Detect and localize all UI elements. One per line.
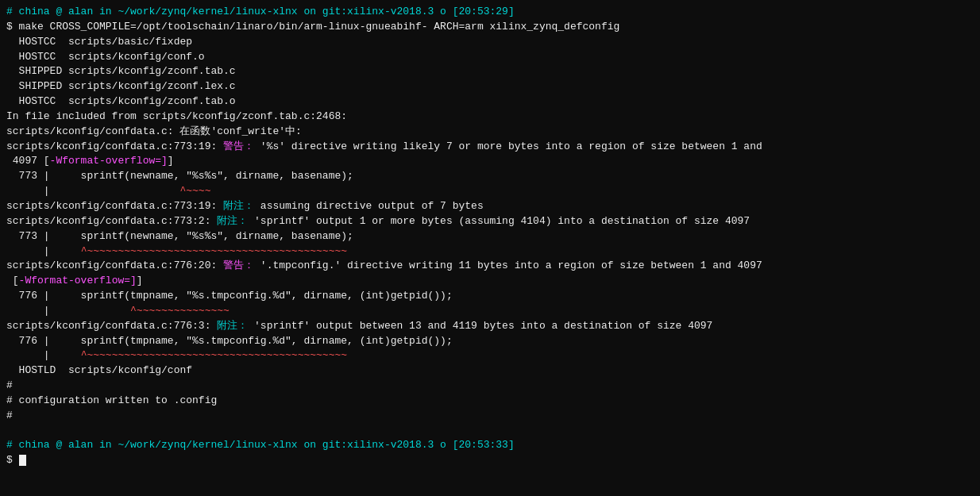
note-line-3: scripts/kconfig/confdata.c:776:3: 附注： 's… [6,319,974,334]
empty-line [6,424,974,439]
note-line-1: scripts/kconfig/confdata.c:773:19: 附注： a… [6,199,974,214]
hash-line-1: # [6,379,974,394]
terminal-window: # china @ alan in ~/work/zynq/kernel/lin… [0,0,980,496]
file-included-line: In file included from scripts/kconfig/zc… [6,110,974,125]
prompt-line-2: # china @ alan in ~/work/zynq/kernel/lin… [6,438,974,453]
code-line-776-2: 776 | sprintf(tmpname, "%s.tmpconfig.%d"… [6,334,974,349]
build-line-shipped-zconf-lex-c: SHIPPED scripts/kconfig/zconf.lex.c [6,79,974,94]
build-line-hostld: HOSTLD scripts/kconfig/conf [6,363,974,379]
warning-note-2: [-Wformat-overflow=]] [6,274,974,289]
build-line-hostcc-zconf-tab-o: HOSTCC scripts/kconfig/zconf.tab.o [6,94,974,110]
warning-note-1: 4097 [-Wformat-overflow=]] [6,154,974,169]
terminal-cursor [19,455,26,466]
code-line-773-tilde-long: | ^~~~~~~~~~~~~~~~~~~~~~~~~~~~~~~~~~~~~~… [6,244,974,260]
code-line-773-1: 773 | sprintf(newname, "%s%s", dirname, … [6,169,974,184]
code-line-773-caret: | ^~~~~ [6,184,974,199]
build-line-shipped-zconf-tab-c: SHIPPED scripts/kconfig/zconf.tab.c [6,64,974,79]
confdata-line: scripts/kconfig/confdata.c: 在函数'conf_wri… [6,125,974,140]
command-line-1: $ make CROSS_COMPILE=/opt/toolschain/lin… [6,20,974,35]
code-line-776-caret: | ^~~~~~~~~~~~~~~~ [6,304,974,319]
warning-line-2: scripts/kconfig/confdata.c:776:20: 警告： '… [6,259,974,274]
code-line-773-2: 773 | sprintf(newname, "%s%s", dirname, … [6,229,974,244]
build-line-hostcc-fixdep: HOSTCC scripts/basic/fixdep [6,35,974,50]
hash-line-2: # [6,409,974,424]
build-line-hostcc-conf: HOSTCC scripts/kconfig/conf.o [6,50,974,65]
warning-line-1: scripts/kconfig/confdata.c:773:19: 警告： '… [6,140,974,155]
code-line-776-tilde-long: | ^~~~~~~~~~~~~~~~~~~~~~~~~~~~~~~~~~~~~~… [6,348,974,363]
dollar-cursor-line[interactable]: $ [6,453,974,468]
code-line-776-1: 776 | sprintf(tmpname, "%s.tmpconfig.%d"… [6,289,974,304]
note-line-2: scripts/kconfig/confdata.c:773:2: 附注： 's… [6,214,974,229]
config-written-line: # configuration written to .config [6,394,974,409]
prompt-line-1: # china @ alan in ~/work/zynq/kernel/lin… [6,5,974,20]
